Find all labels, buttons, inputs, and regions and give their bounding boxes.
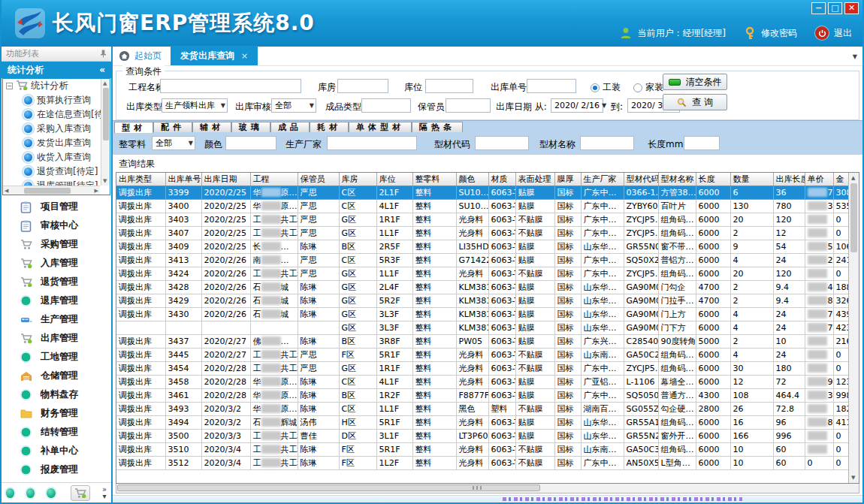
date-from-picker[interactable]: 2020/ 2/16▼ [551, 98, 603, 113]
tree-item[interactable]: 收货入库查询 [3, 150, 110, 164]
grid-horizontal-scrollbar[interactable] [116, 484, 859, 493]
material-tab-辅材[interactable]: 辅材 [192, 122, 231, 132]
maximize-button[interactable]: □ [828, 2, 842, 14]
sidebar-item-审核中心[interactable]: 审核中心 [2, 216, 111, 235]
grid-row[interactable]: 调拨出库35102020/3/4工共工程陈琳F区5R1F整料光身料6063-T5… [116, 443, 848, 457]
sidebar-item-财务管理[interactable]: 财务管理 [2, 404, 111, 423]
material-tab-配件[interactable]: 配件 [153, 122, 192, 132]
sidebar-item-入库管理[interactable]: 入库管理 [2, 254, 111, 273]
profile-name-input[interactable] [580, 136, 634, 150]
grid-row[interactable]: 调拨出库34032020/2/25工共工程严思G区1R1F整料光身料6063-T… [116, 213, 848, 227]
grid-column-header[interactable]: 工程 [250, 173, 298, 186]
search-button[interactable]: 查 询 [663, 94, 727, 110]
module-dot-icon[interactable] [26, 488, 35, 498]
grid-vertical-scrollbar[interactable]: ▲ ▼ [848, 173, 859, 483]
grid-row[interactable]: 调拨出库34092020/2/25长…陈琳B区2R5F整料LI35HD6063-… [116, 240, 848, 254]
profile-code-input[interactable] [475, 136, 529, 150]
grid-column-header[interactable]: 单价 [805, 173, 833, 186]
tree-expander-icon[interactable]: − [6, 83, 13, 89]
more-modules-button[interactable]: »▾ [102, 486, 107, 499]
pin-icon[interactable] [100, 50, 107, 58]
tree-item[interactable]: 退货查询[待定] [3, 164, 110, 179]
tab-close-icon[interactable]: × [241, 51, 248, 61]
sidebar-item-出库管理[interactable]: 出库管理 [2, 329, 111, 348]
grid-column-header[interactable]: 长度 [696, 173, 730, 186]
grid-column-header[interactable]: 保管员 [298, 173, 339, 186]
grid-column-header[interactable]: 数量 [730, 173, 773, 186]
sidebar-item-生产管理[interactable]: 生产管理 [2, 310, 111, 329]
close-button[interactable]: ✕ [844, 2, 859, 14]
tree-item[interactable]: 采购入库查询 [3, 122, 110, 136]
grid-column-header[interactable]: 出库日期 [201, 173, 250, 186]
tab-overflow-icon[interactable]: ▼ [853, 53, 857, 60]
whole-part-select[interactable]: 全部▼ [152, 136, 195, 150]
module-dot-icon[interactable] [6, 488, 14, 498]
cart-module-button[interactable] [71, 485, 90, 501]
material-tab-成品[interactable]: 成品 [270, 122, 310, 132]
logout-link[interactable]: 退出 [834, 27, 852, 40]
material-tab-型材[interactable]: 型材 [114, 122, 153, 133]
sidebar-item-结转管理[interactable]: 结转管理 [2, 423, 111, 442]
sidebar-item-项目管理[interactable]: 项目管理 [2, 198, 111, 216]
grid-column-header[interactable]: 出库长度 [773, 173, 805, 186]
sidebar-item-采购管理[interactable]: 采购管理 [2, 235, 111, 254]
clear-conditions-button[interactable]: 清空条件 [663, 74, 727, 90]
grid-row[interactable]: 调拨出库34612020/2/28华原…陈琳B区1R2F整料F8877FT606… [116, 389, 848, 403]
change-password-link[interactable]: 修改密码 [761, 27, 797, 40]
keeper-input[interactable] [446, 98, 491, 113]
manufacturer-input[interactable] [327, 136, 417, 150]
tree-item[interactable]: 发货出库查询 [3, 136, 110, 150]
grid-column-header[interactable]: 颜色 [456, 173, 488, 186]
tab-active-shipment-query[interactable]: 发货出库查询 × [171, 46, 258, 65]
grid-row[interactable]: 调拨出库34302020/2/26石城陈琳G区3L3F整料KLM38176063… [116, 308, 848, 321]
grid-row[interactable]: 调拨出库34072020/2/25工共工程严思G区1L1F整料光身料6063-T… [116, 227, 848, 240]
grid-row[interactable]: 调拨出库34132020/2/26南…严思C区5R3F整料G714226063-… [116, 254, 848, 267]
grid-column-header[interactable]: 库位 [376, 173, 412, 186]
grid-column-header[interactable]: 材质 [488, 173, 515, 186]
length-input[interactable] [684, 136, 720, 150]
grid-column-header[interactable]: 金 [833, 173, 848, 186]
grid-column-header[interactable]: 型材代码 [624, 173, 658, 186]
grid-column-header[interactable]: 整零料 [412, 173, 456, 186]
color-input[interactable] [225, 136, 276, 150]
location-input[interactable] [425, 79, 473, 93]
module-dot-icon[interactable] [47, 488, 55, 498]
grid-column-header[interactable]: 表面处理 [515, 173, 554, 186]
grid-row[interactable]: 调拨出库35122020/3/4工共工程陈琳F区1L2F整料光身料6063-T5… [116, 457, 848, 470]
tree-item[interactable]: 预算执行查询 [3, 93, 110, 107]
out-type-select[interactable]: 生产领料出库▼ [162, 98, 228, 113]
tree-root-node[interactable]: − 统计分析 [3, 79, 110, 93]
sidebar-item-仓储管理[interactable]: 仓储管理 [2, 367, 111, 385]
grid-column-header[interactable]: 出库单号 [165, 173, 201, 186]
material-tab-玻璃[interactable]: 玻璃 [231, 122, 270, 132]
sidebar-item-报废管理[interactable]: 报废管理 [2, 460, 111, 479]
radio-homewear[interactable]: 家装 [633, 81, 663, 94]
sidebar-item-退货管理[interactable]: 退货管理 [2, 273, 111, 291]
collapse-icon[interactable]: « [99, 65, 105, 75]
material-tab-隔热条[interactable]: 隔热条 [412, 122, 463, 132]
warehouse-input[interactable] [337, 79, 388, 93]
tree-item[interactable]: 在途信息查询[待 [3, 107, 110, 122]
sidebar-item-物料盘存[interactable]: 物料盘存 [2, 385, 111, 404]
audit-select[interactable]: 全部▼ [271, 98, 316, 113]
sidebar-item-工地管理[interactable]: 工地管理 [2, 348, 111, 367]
grid-column-header[interactable]: 出库类型 [116, 173, 165, 186]
grid-row[interactable]: 调拨出库34372020/2/27佛…陈琳B区3R8F整料PW056063-T5… [116, 335, 848, 349]
grid-row[interactable]: 调拨出库34452020/2/27工共工程严思F区5R1F整料光身料6063-T… [116, 349, 848, 362]
tree-horizontal-scrollbar[interactable]: ◀ ▶ [3, 186, 100, 195]
grid-column-header[interactable]: 膜厚 [554, 173, 581, 186]
grid-column-header[interactable]: 库房 [339, 173, 376, 186]
product-type-input[interactable] [361, 98, 411, 113]
grid-row[interactable]: 调拨出库34242020/2/26工共工程严思G区1L1F整料光身料6063-T… [116, 267, 848, 281]
tab-home[interactable]: 起始页 [113, 47, 171, 65]
grid-row[interactable]: G区3L3F整料KLM38176063-T5贴膜国标山东华…GA90M09.门下… [116, 321, 848, 335]
sidebar-item-退库管理[interactable]: 退库管理 [2, 291, 111, 310]
material-tab-单体型材[interactable]: 单体型材 [349, 122, 412, 132]
project-name-input[interactable] [160, 79, 301, 93]
grid-row[interactable]: 调拨出库34582020/2/28华原…陈琳C区4L1F整料光身料6063-T5… [116, 376, 848, 389]
material-tab-耗材[interactable]: 耗材 [310, 122, 349, 132]
grid-row[interactable]: 调拨出库34932020/3/2华原…陈琳C区1L1F整料黑色塑料不贴膜国标湖南… [116, 403, 848, 416]
grid-row[interactable]: 调拨出库34942020/3/2石辉城汤伟H区5R1F整料光身料6063-T5贴… [116, 416, 848, 430]
grid-row[interactable]: 调拨出库34282020/2/26石城陈琳G区2L4F整料KLM38176063… [116, 281, 848, 294]
grid-row[interactable]: 调拨出库34292020/2/26石城陈琳G区5R2F整料KLM38176063… [116, 294, 848, 308]
